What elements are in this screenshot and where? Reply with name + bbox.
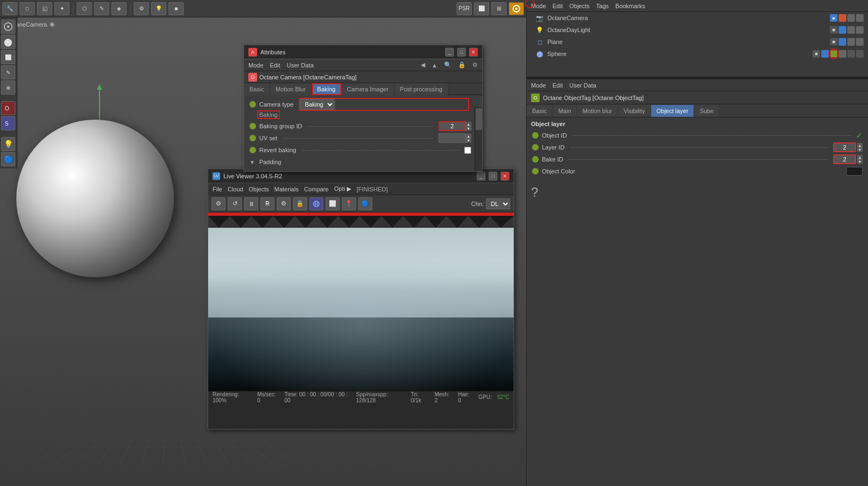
scene-item-plane[interactable]: ◻ Plane ■ bbox=[527, 36, 868, 48]
toolbar-btn-10[interactable]: ■ bbox=[168, 2, 184, 15]
lv-close[interactable]: ✕ bbox=[501, 172, 509, 180]
aw-tab-baking[interactable]: Baking bbox=[312, 83, 342, 95]
lv-channel-select[interactable]: DL bbox=[486, 198, 510, 209]
aw-menu-edit[interactable]: Edit bbox=[270, 62, 280, 68]
lv-minimize[interactable]: _ bbox=[477, 172, 485, 180]
attr-window-maximize[interactable]: □ bbox=[457, 48, 466, 57]
tab-main[interactable]: Main bbox=[553, 105, 577, 117]
aw-down-bakinggroupid[interactable] bbox=[466, 126, 471, 130]
view-btn-2[interactable]: ⬜ bbox=[474, 2, 489, 15]
lv-btn-dot[interactable]: 🔵 bbox=[358, 197, 372, 210]
ol-swatch-objectcolor[interactable] bbox=[846, 167, 863, 176]
tab-sub[interactable]: Sube bbox=[694, 105, 720, 117]
ol-up-layerid[interactable] bbox=[857, 143, 863, 147]
aw-select-cameratype[interactable]: Baking bbox=[300, 99, 335, 110]
lv-menu-materials[interactable]: Materials bbox=[274, 186, 299, 192]
rp-menu-bookmarks[interactable]: Bookmarks bbox=[615, 3, 645, 9]
toolbar-btn-5[interactable]: ⬡ bbox=[77, 2, 92, 15]
toolbar-btn-8[interactable]: ⚙ bbox=[134, 2, 149, 15]
rp-menu-tags[interactable]: Tags bbox=[596, 3, 609, 9]
ol-down-bakeid[interactable] bbox=[857, 159, 863, 164]
aw-tab-postprocessing[interactable]: Post processing bbox=[395, 83, 448, 95]
aw-menu-userdata[interactable]: User Data bbox=[287, 62, 314, 68]
lv-btn-refresh[interactable]: ↺ bbox=[228, 197, 242, 210]
attr-window-close[interactable]: ✕ bbox=[469, 48, 478, 57]
toolbar-btn-4[interactable]: ✦ bbox=[54, 2, 70, 15]
left-btn-1[interactable] bbox=[1, 20, 15, 34]
lv-maximize[interactable]: □ bbox=[489, 172, 497, 180]
tab-object-layer[interactable]: Object layer bbox=[651, 105, 695, 117]
aw-input-bakinggroupid[interactable] bbox=[439, 121, 466, 131]
ol-down-layerid[interactable] bbox=[857, 147, 863, 152]
rp-menu-objects[interactable]: Objects bbox=[570, 3, 590, 9]
tab-motion-blur[interactable]: Motion blur bbox=[577, 105, 618, 117]
aw-nav-3[interactable]: 🔍 bbox=[444, 61, 452, 68]
lv-menu-cloud[interactable]: Cloud bbox=[228, 186, 243, 192]
toolbar-btn-1[interactable]: 🔧 bbox=[2, 2, 17, 15]
lv-btn-settings[interactable]: ⚙ bbox=[211, 197, 226, 210]
lv-btn-config[interactable]: ⚙ bbox=[277, 197, 291, 210]
toolbar-btn-9[interactable]: 💡 bbox=[151, 2, 166, 15]
lv-btn-pause[interactable]: ⏸ bbox=[244, 197, 258, 210]
svg-point-3 bbox=[7, 26, 9, 28]
ap-menu-mode[interactable]: Mode bbox=[531, 82, 546, 89]
lv-menu-objects[interactable]: Objects bbox=[248, 186, 268, 192]
ol-input-layerid[interactable] bbox=[833, 142, 856, 152]
attr-window-scrollthumb[interactable] bbox=[476, 108, 482, 130]
lv-btn-sphere-ico[interactable] bbox=[309, 197, 323, 210]
ol-up-bakeid[interactable] bbox=[857, 155, 863, 159]
ap-menu-edit[interactable]: Edit bbox=[553, 82, 563, 89]
lv-btn-pin[interactable]: 📍 bbox=[342, 197, 356, 210]
lv-btn-square[interactable]: ⬜ bbox=[326, 197, 340, 210]
help-question[interactable]: ? bbox=[527, 180, 868, 204]
scene-item-octanedaylight[interactable]: 💡 OctaneDayLight ■ bbox=[527, 24, 868, 36]
aw-tab-motionblur[interactable]: Motion Blur bbox=[270, 83, 312, 95]
aw-up-uvset[interactable] bbox=[466, 134, 471, 138]
left-btn-3[interactable]: ⬜ bbox=[1, 50, 15, 64]
toolbar-btn-2[interactable]: □ bbox=[20, 2, 35, 15]
left-btn-5[interactable]: ⊕ bbox=[1, 80, 15, 95]
aw-arrow-padding[interactable]: ▼ bbox=[249, 159, 255, 165]
view-btn-1[interactable]: PSR bbox=[457, 2, 472, 15]
scene-item-octanecamera[interactable]: 📷 OctaneCamera ■ bbox=[527, 12, 868, 24]
aw-tab-cameraimager[interactable]: Camera Imager bbox=[341, 83, 394, 95]
left-btn-7[interactable]: 🔵 bbox=[1, 152, 15, 166]
ol-check-objectid[interactable]: ✓ bbox=[856, 131, 863, 140]
aw-nav-5[interactable]: ⚙ bbox=[472, 61, 478, 68]
attr-window-minimize[interactable]: _ bbox=[445, 48, 454, 57]
view-btn-4[interactable] bbox=[509, 2, 524, 15]
lv-menu-opti[interactable]: Opti ▶ bbox=[334, 185, 351, 192]
scene-item-sphere[interactable]: ⬤ Sphere ■ bbox=[527, 48, 868, 60]
tab-visibility[interactable]: Visibility bbox=[618, 105, 651, 117]
aw-check-revertbaking[interactable] bbox=[464, 147, 471, 154]
lv-title-text: Live Viewer 3.04.5-R2 bbox=[223, 173, 473, 179]
left-btn-4[interactable]: ✎ bbox=[1, 65, 15, 79]
aw-tab-basic[interactable]: Basic bbox=[244, 83, 270, 95]
toolbar-btn-7[interactable]: ◈ bbox=[111, 2, 127, 15]
aw-nav-1[interactable]: ◀ bbox=[421, 61, 425, 68]
rp-menu-mode[interactable]: Mode bbox=[531, 3, 546, 9]
ap-menu-userdata[interactable]: User Data bbox=[570, 82, 597, 89]
lv-btn-lock[interactable]: 🔒 bbox=[293, 197, 307, 210]
ol-input-bakeid[interactable] bbox=[833, 154, 856, 164]
aw-up-bakinggroupid[interactable] bbox=[466, 122, 471, 126]
left-btn-6[interactable]: 💡 bbox=[1, 137, 15, 151]
aw-input-uvset[interactable] bbox=[439, 133, 466, 143]
attr-window-scrollbar[interactable] bbox=[474, 107, 482, 171]
lv-btn-render[interactable]: R bbox=[260, 197, 274, 210]
rp-menu-edit[interactable]: Edit bbox=[553, 3, 563, 9]
lv-menu-file[interactable]: File bbox=[213, 186, 222, 192]
left-btn-2[interactable]: ⬤ bbox=[1, 35, 15, 49]
toolbar-btn-6[interactable]: ✎ bbox=[94, 2, 109, 15]
view-btn-3[interactable]: ⊞ bbox=[491, 2, 507, 15]
aw-nav-4[interactable]: 🔒 bbox=[458, 61, 466, 68]
aw-down-uvset[interactable] bbox=[466, 138, 471, 142]
aw-menu-mode[interactable]: Mode bbox=[248, 62, 264, 68]
aw-nav-2[interactable]: ▲ bbox=[432, 62, 438, 68]
scene-item-plane-label: Plane bbox=[547, 39, 827, 45]
lv-menu-compare[interactable]: Compare bbox=[304, 186, 328, 192]
toolbar-btn-3[interactable]: ◱ bbox=[37, 2, 52, 15]
tab-basic[interactable]: Basic bbox=[527, 105, 553, 117]
left-btn-octane-1[interactable]: O bbox=[1, 101, 15, 115]
left-btn-octane-2[interactable]: S bbox=[1, 116, 15, 130]
